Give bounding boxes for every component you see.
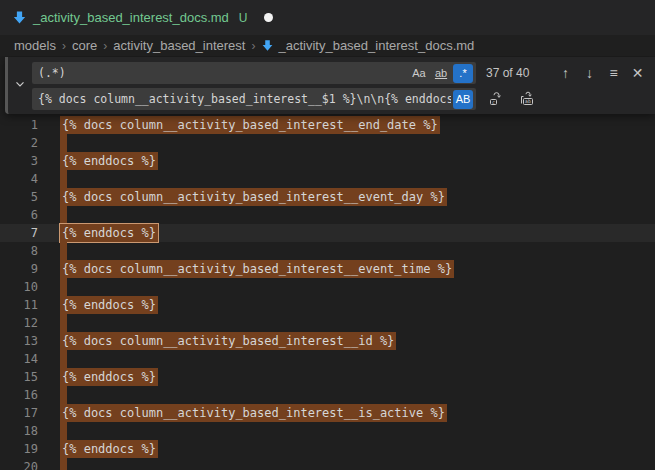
breadcrumb-item-file[interactable]: _activity_based_interest_docs.md	[261, 38, 474, 53]
code-line[interactable]: 10	[0, 278, 655, 296]
empty-line-match-highlight[interactable]	[60, 242, 67, 260]
code-line[interactable]: 7{% enddocs %}	[0, 224, 655, 242]
match-case-button[interactable]: Aa	[409, 64, 429, 83]
code-lines: 1{% docs column__activity_based_interest…	[0, 116, 655, 470]
find-input-box: Aa ab .*	[32, 62, 476, 84]
code-line[interactable]: 19{% enddocs %}	[0, 440, 655, 458]
modified-dot-icon[interactable]	[264, 13, 273, 22]
replace-all-icon: ab	[519, 91, 535, 107]
line-number: 17	[0, 404, 38, 422]
line-number: 9	[0, 260, 38, 278]
regex-button[interactable]: .*	[453, 64, 473, 83]
line-number: 14	[0, 350, 38, 368]
svg-text:ab: ab	[525, 99, 531, 104]
arrow-down-icon: ↓	[586, 65, 593, 81]
code-text[interactable]: {% docs column__activity_based_interest_…	[60, 404, 447, 422]
code-text[interactable]: {% docs column__activity_based_interest_…	[60, 332, 396, 350]
chevron-right-icon: ›	[62, 39, 66, 53]
editor-tab[interactable]: _activity_based_interest_docs.md U	[0, 0, 285, 35]
tab-bar: _activity_based_interest_docs.md U	[0, 0, 655, 35]
empty-line-match-highlight[interactable]	[60, 458, 67, 470]
code-text[interactable]: {% docs column__activity_based_interest_…	[60, 188, 447, 206]
line-number: 7	[0, 224, 38, 242]
line-number: 15	[0, 368, 38, 386]
tab-title: _activity_based_interest_docs.md	[33, 10, 229, 25]
empty-line-match-highlight[interactable]	[60, 350, 67, 368]
chevron-right-icon: ›	[251, 39, 255, 53]
line-number: 2	[0, 134, 38, 152]
preserve-case-button[interactable]: AB	[453, 90, 473, 109]
chevron-down-icon	[13, 77, 27, 95]
code-line[interactable]: 3{% enddocs %}	[0, 152, 655, 170]
markdown-icon	[12, 10, 27, 25]
find-results-count: 37 of 40	[486, 66, 544, 80]
code-line[interactable]: 13{% docs column__activity_based_interes…	[0, 332, 655, 350]
line-number: 20	[0, 458, 38, 470]
empty-line-match-highlight[interactable]	[60, 134, 67, 152]
line-number: 3	[0, 152, 38, 170]
code-line[interactable]: 17{% docs column__activity_based_interes…	[0, 404, 655, 422]
empty-line-match-highlight[interactable]	[60, 422, 67, 440]
empty-line-match-highlight[interactable]	[60, 278, 67, 296]
code-text[interactable]: {% docs column__activity_based_interest_…	[60, 116, 440, 134]
close-find-button[interactable]: ✕	[627, 63, 648, 84]
line-number: 8	[0, 242, 38, 260]
code-line[interactable]: 1{% docs column__activity_based_interest…	[0, 116, 655, 134]
empty-line-match-highlight[interactable]	[60, 386, 67, 404]
breadcrumb-file-label: _activity_based_interest_docs.md	[278, 38, 474, 53]
find-input[interactable]	[32, 66, 407, 80]
toggle-replace-button[interactable]	[8, 57, 32, 114]
code-text[interactable]: {% enddocs %}	[60, 440, 158, 458]
replace-button[interactable]: c	[485, 88, 507, 110]
replace-icon: c	[488, 91, 504, 107]
empty-line-match-highlight[interactable]	[60, 170, 67, 188]
code-line[interactable]: 8	[0, 242, 655, 260]
current-match-text[interactable]: {% enddocs %}	[60, 224, 158, 242]
code-line[interactable]: 11{% enddocs %}	[0, 296, 655, 314]
code-text[interactable]: {% docs column__activity_based_interest_…	[60, 260, 454, 278]
find-in-selection-button[interactable]: ≡	[603, 63, 624, 84]
replace-all-button[interactable]: ab	[516, 88, 538, 110]
code-line[interactable]: 16	[0, 386, 655, 404]
replace-input[interactable]	[32, 92, 451, 106]
code-line[interactable]: 20	[0, 458, 655, 470]
code-text[interactable]: {% enddocs %}	[60, 296, 158, 314]
breadcrumb-item-activity-based-interest[interactable]: activity_based_interest	[113, 38, 245, 53]
replace-row: AB c	[32, 88, 651, 110]
arrow-up-icon: ↑	[562, 65, 569, 81]
editor[interactable]: 1{% docs column__activity_based_interest…	[0, 56, 655, 470]
line-number: 18	[0, 422, 38, 440]
code-line[interactable]: 18	[0, 422, 655, 440]
next-match-button[interactable]: ↓	[579, 63, 600, 84]
code-line[interactable]: 2	[0, 134, 655, 152]
git-status-badge: U	[239, 11, 248, 25]
code-line[interactable]: 5{% docs column__activity_based_interest…	[0, 188, 655, 206]
code-line[interactable]: 4	[0, 170, 655, 188]
code-line[interactable]: 6	[0, 206, 655, 224]
breadcrumb-item-core[interactable]: core	[72, 38, 97, 53]
line-number: 5	[0, 188, 38, 206]
previous-match-button[interactable]: ↑	[555, 63, 576, 84]
empty-line-match-highlight[interactable]	[60, 314, 67, 332]
line-number: 1	[0, 116, 38, 134]
code-text[interactable]: {% enddocs %}	[60, 152, 158, 170]
line-number: 13	[0, 332, 38, 350]
chevron-right-icon: ›	[103, 39, 107, 53]
code-line[interactable]: 15{% enddocs %}	[0, 368, 655, 386]
line-number: 10	[0, 278, 38, 296]
close-icon: ✕	[632, 65, 644, 81]
line-number: 16	[0, 386, 38, 404]
line-number: 11	[0, 296, 38, 314]
code-line[interactable]: 9{% docs column__activity_based_interest…	[0, 260, 655, 278]
breadcrumb: models › core › activity_based_interest …	[0, 35, 655, 56]
line-number: 6	[0, 206, 38, 224]
code-line[interactable]: 12	[0, 314, 655, 332]
line-number: 4	[0, 170, 38, 188]
empty-line-match-highlight[interactable]	[60, 206, 67, 224]
line-number: 19	[0, 440, 38, 458]
breadcrumb-item-models[interactable]: models	[14, 38, 56, 53]
whole-word-button[interactable]: ab	[431, 64, 451, 83]
line-number: 12	[0, 314, 38, 332]
code-text[interactable]: {% enddocs %}	[60, 368, 158, 386]
code-line[interactable]: 14	[0, 350, 655, 368]
